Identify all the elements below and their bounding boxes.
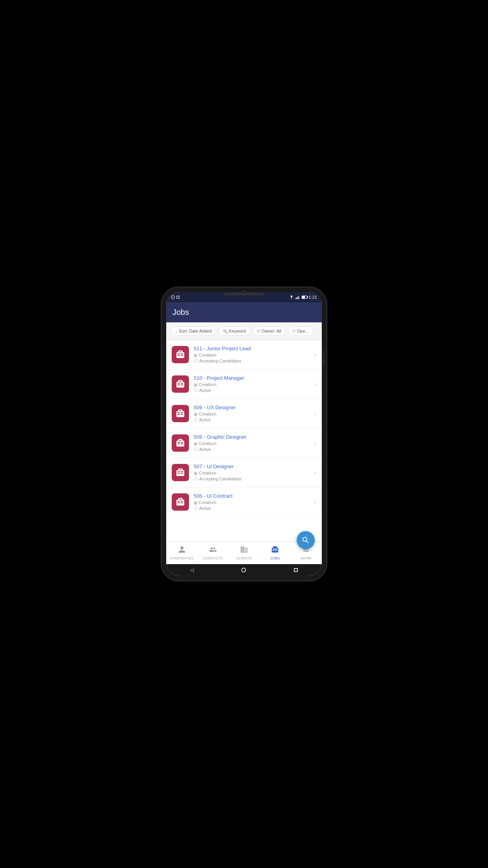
job-company-511: ▦ Creatium — [194, 353, 311, 357]
job-title-509: 509 - UX Designer — [194, 405, 311, 410]
job-list-item-510[interactable]: 510 - Project Manager ▦ Creatium ⓘ Activ… — [166, 370, 322, 399]
job-status-506: ⓘ Active — [194, 506, 311, 511]
search-filter-icon: 🔍 — [223, 329, 227, 333]
briefcase-icon — [176, 497, 185, 507]
status-info-icon-507: ⓘ — [194, 476, 198, 482]
back-button[interactable]: ◁ — [190, 567, 194, 573]
nav-label-contacts: CONTACTS — [203, 556, 223, 560]
wifi-icon — [289, 296, 294, 299]
job-icon-508 — [172, 434, 189, 452]
recents-button[interactable] — [294, 568, 298, 572]
app-header: Jobs — [166, 302, 322, 322]
job-icon-510 — [172, 375, 189, 393]
nav-item-candidates[interactable]: CANDIDATES — [166, 542, 197, 564]
svg-point-0 — [291, 298, 292, 299]
job-title-511: 511 - Junior Project Lead — [194, 346, 311, 351]
search-fab-icon — [301, 536, 310, 544]
svg-rect-2 — [297, 297, 297, 299]
job-chevron-506: › — [314, 499, 316, 505]
job-icon-507 — [172, 464, 189, 481]
svg-rect-4 — [299, 296, 300, 299]
briefcase-icon — [176, 438, 185, 448]
job-title-508: 508 - Graphic Designer — [194, 434, 311, 440]
job-icon-511 — [172, 346, 189, 363]
time-display: 1:21 — [309, 295, 317, 300]
nav-label-more: MORE — [301, 556, 312, 560]
job-info-509: 509 - UX Designer ▦ Creatium ⓘ Active — [194, 405, 311, 423]
company-icon-509: ▦ — [194, 412, 197, 416]
status-info-icon-506: ⓘ — [194, 506, 198, 511]
company-name-510: Creatium — [199, 382, 216, 387]
open-label: Ope... — [297, 329, 309, 333]
home-button[interactable] — [241, 568, 246, 572]
company-icon-508: ▦ — [194, 441, 197, 446]
job-icon-509 — [172, 405, 189, 422]
job-chevron-507: › — [314, 469, 316, 476]
svg-rect-3 — [298, 296, 299, 299]
keyword-filter[interactable]: 🔍 Keyword — [218, 326, 250, 336]
job-title-507: 507 - UI Designer — [194, 463, 311, 469]
job-info-506: 506 - UI Contract ▦ Creatium ⓘ Active — [194, 493, 311, 511]
job-list: 511 - Junior Project Lead ▦ Creatium ⓘ A… — [166, 340, 322, 541]
phone-frame: 1:21 Jobs ↓ Sort: Date Added 🔍 Keyword ▽… — [161, 287, 327, 581]
job-company-509: ▦ Creatium — [194, 412, 311, 416]
notification-icon — [176, 296, 180, 299]
job-status-507: ⓘ Accepting Candidates — [194, 476, 311, 482]
owner-filter[interactable]: ▽ Owner: All — [253, 326, 286, 336]
company-name-511: Creatium — [199, 353, 216, 357]
job-info-508: 508 - Graphic Designer ▦ Creatium ⓘ Acti… — [194, 434, 311, 452]
company-icon-510: ▦ — [194, 383, 197, 387]
job-list-item-507[interactable]: 507 - UI Designer ▦ Creatium ⓘ Accepting… — [166, 458, 322, 487]
job-company-508: ▦ Creatium — [194, 441, 311, 446]
nav-item-clients[interactable]: CLIENTS — [228, 542, 259, 564]
nav-icon-clients — [240, 546, 248, 555]
status-text-506: Active — [199, 506, 211, 511]
job-company-510: ▦ Creatium — [194, 382, 311, 387]
owner-label: Owner: All — [262, 329, 281, 333]
job-list-item-508[interactable]: 508 - Graphic Designer ▦ Creatium ⓘ Acti… — [166, 428, 322, 458]
search-fab[interactable] — [297, 531, 315, 549]
page-title: Jobs — [172, 308, 316, 317]
job-icon-506 — [172, 493, 189, 511]
job-list-item-509[interactable]: 509 - UX Designer ▦ Creatium ⓘ Active › — [166, 399, 322, 428]
open-filter[interactable]: ▽ Ope... — [288, 326, 313, 336]
job-company-506: ▦ Creatium — [194, 500, 311, 505]
job-status-509: ⓘ Active — [194, 417, 311, 423]
sort-filter[interactable]: ↓ Sort: Date Added — [171, 326, 216, 336]
keyword-label: Keyword — [229, 329, 246, 333]
briefcase-icon — [176, 350, 185, 359]
briefcase-icon — [176, 409, 185, 418]
status-info-icon-509: ⓘ — [194, 417, 198, 423]
status-text-511: Accepting Candidates — [199, 359, 241, 363]
sort-label: Sort: Date Added — [179, 329, 212, 333]
status-text-510: Active — [199, 388, 211, 393]
company-name-506: Creatium — [199, 500, 216, 505]
android-nav-bar: ◁ — [166, 564, 322, 576]
job-chevron-510: › — [314, 381, 316, 387]
nav-item-contacts[interactable]: CONTACTS — [197, 542, 228, 564]
briefcase-icon — [176, 468, 185, 477]
signal-bars-icon — [295, 296, 300, 299]
job-list-item-511[interactable]: 511 - Junior Project Lead ▦ Creatium ⓘ A… — [166, 340, 322, 370]
job-chevron-508: › — [314, 440, 316, 446]
job-info-511: 511 - Junior Project Lead ▦ Creatium ⓘ A… — [194, 346, 311, 364]
briefcase-icon — [176, 379, 185, 389]
owner-filter-icon: ▽ — [257, 329, 260, 333]
status-text-507: Accepting Candidates — [199, 476, 241, 481]
phone-screen: 1:21 Jobs ↓ Sort: Date Added 🔍 Keyword ▽… — [166, 292, 322, 576]
job-status-508: ⓘ Active — [194, 447, 311, 452]
side-button — [323, 350, 324, 366]
company-name-509: Creatium — [199, 412, 216, 416]
job-status-511: ⓘ Accepting Candidates — [194, 358, 311, 364]
nav-icon-jobs — [271, 546, 279, 555]
job-list-item-506[interactable]: 506 - UI Contract ▦ Creatium ⓘ Active › — [166, 487, 322, 517]
nav-icon-candidates — [178, 546, 186, 555]
status-info-icon-508: ⓘ — [194, 447, 198, 452]
sort-icon: ↓ — [175, 329, 177, 333]
job-title-506: 506 - UI Contract — [194, 493, 311, 499]
nav-label-clients: CLIENTS — [236, 556, 252, 560]
svg-rect-1 — [295, 298, 296, 299]
job-status-510: ⓘ Active — [194, 388, 311, 393]
company-name-507: Creatium — [199, 471, 216, 475]
nav-item-jobs[interactable]: JOBS — [260, 542, 291, 564]
